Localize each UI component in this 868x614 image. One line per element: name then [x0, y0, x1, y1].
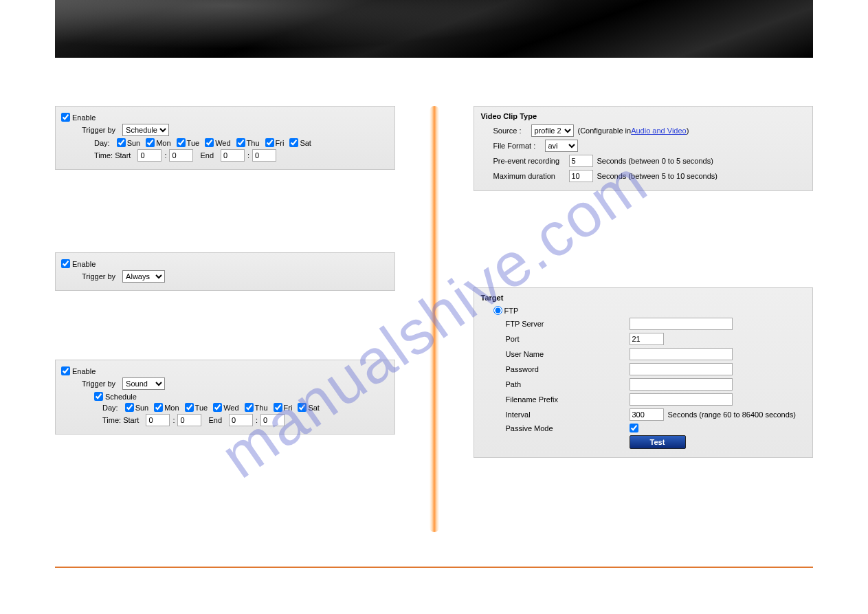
enable-checkbox[interactable] [61, 113, 70, 122]
trigger-by-label: Trigger by [82, 380, 115, 388]
ftp-label: FTP [504, 307, 519, 315]
port-input[interactable] [630, 333, 664, 345]
pre-event-label: Pre-event recording [493, 157, 569, 165]
ftp-radio[interactable] [493, 306, 502, 315]
day-label: Day: [94, 139, 110, 147]
pre-event-input[interactable] [569, 155, 593, 167]
password-label: Password [506, 365, 630, 373]
day-tue-label: Tue [195, 404, 208, 412]
day-thu-label: Thu [247, 139, 260, 147]
enable-label: Enable [72, 260, 96, 268]
source-label: Source : [493, 127, 531, 135]
page-spine [430, 106, 439, 532]
interval-note: Seconds (range 60 to 86400 seconds) [668, 410, 797, 419]
password-input[interactable] [630, 363, 733, 375]
day-wed-label: Wed [215, 139, 230, 147]
target-panel: Target FTP FTP Server Port User Name [474, 287, 814, 458]
trigger-by-select[interactable]: Always [122, 270, 165, 283]
ftp-server-label: FTP Server [506, 320, 630, 328]
video-clip-title: Video Clip Type [481, 112, 806, 120]
passive-mode-checkbox[interactable] [630, 424, 638, 432]
path-input[interactable] [630, 378, 733, 391]
start-min-input[interactable] [169, 149, 193, 162]
day-wed-checkbox[interactable] [205, 138, 214, 147]
day-sun-checkbox[interactable] [117, 138, 126, 147]
trigger-always-panel: Enable Trigger by Always [55, 252, 395, 291]
day-sun-label: Sun [127, 139, 141, 147]
max-duration-input[interactable] [569, 170, 593, 182]
trigger-by-label: Trigger by [82, 126, 115, 134]
colon: : [164, 151, 166, 160]
enable-checkbox[interactable] [61, 259, 70, 268]
configurable-note-left: (Configurable in [578, 127, 632, 135]
trigger-sound-panel: Enable Trigger by Sound Schedule Day: Su… [55, 360, 395, 435]
source-select[interactable]: profile 2 [531, 124, 574, 137]
max-duration-note: Seconds (between 5 to 10 seconds) [597, 172, 718, 180]
target-title: Target [481, 294, 806, 302]
schedule-checkbox[interactable] [94, 392, 103, 401]
day-thu-checkbox[interactable] [245, 403, 254, 412]
time-start-label: Time: Start [102, 416, 139, 424]
day-fri-label: Fri [284, 404, 293, 412]
configurable-note-right: ) [687, 127, 689, 135]
colon: : [256, 416, 258, 424]
day-sat-checkbox[interactable] [298, 403, 307, 412]
enable-checkbox[interactable] [61, 366, 70, 375]
enable-label: Enable [72, 367, 96, 375]
day-sun-label: Sun [135, 404, 149, 412]
path-label: Path [506, 380, 630, 388]
end-label: End [208, 416, 222, 424]
trigger-by-select[interactable]: Schedule [122, 124, 169, 136]
day-fri-label: Fri [276, 139, 285, 147]
end-label: End [200, 151, 214, 160]
day-fri-checkbox[interactable] [265, 138, 274, 147]
day-thu-checkbox[interactable] [236, 138, 245, 147]
passive-mode-label: Passive Mode [506, 424, 630, 432]
time-start-label: Time: Start [94, 151, 131, 160]
day-sat-checkbox[interactable] [289, 138, 298, 147]
trigger-schedule-panel: Enable Trigger by Schedule Day: Sun Mon … [55, 106, 395, 170]
port-label: Port [506, 335, 630, 343]
day-mon-label: Mon [156, 139, 170, 147]
day-fri-checkbox[interactable] [274, 403, 282, 412]
end-hour-input[interactable] [221, 149, 245, 162]
day-label: Day: [102, 404, 118, 412]
end-hour-input[interactable] [229, 414, 253, 426]
start-hour-input[interactable] [137, 149, 162, 162]
day-sat-label: Sat [308, 404, 320, 412]
schedule-label: Schedule [105, 393, 137, 401]
day-wed-label: Wed [223, 404, 238, 412]
interval-label: Interval [506, 410, 630, 419]
day-thu-label: Thu [255, 404, 268, 412]
username-input[interactable] [630, 348, 733, 360]
day-tue-checkbox[interactable] [185, 403, 194, 412]
end-min-input[interactable] [252, 149, 276, 162]
end-min-input[interactable] [260, 414, 285, 426]
ftp-server-input[interactable] [630, 318, 733, 330]
bottom-divider [55, 567, 813, 568]
colon: : [247, 151, 249, 160]
trigger-by-select[interactable]: Sound [122, 377, 165, 390]
enable-label: Enable [72, 113, 96, 122]
day-mon-checkbox[interactable] [146, 138, 155, 147]
test-button[interactable]: Test [630, 435, 686, 449]
start-hour-input[interactable] [146, 414, 170, 426]
video-clip-type-panel: Video Clip Type Source : profile 2 (Conf… [474, 106, 814, 191]
filename-prefix-input[interactable] [630, 393, 733, 406]
username-label: User Name [506, 350, 630, 358]
audio-video-link[interactable]: Audio and Video [631, 127, 687, 135]
interval-input[interactable] [630, 408, 664, 421]
file-format-select[interactable]: avi [545, 140, 578, 152]
day-wed-checkbox[interactable] [213, 403, 222, 412]
day-mon-label: Mon [164, 404, 179, 412]
colon: : [173, 416, 175, 424]
day-mon-checkbox[interactable] [154, 403, 163, 412]
filename-prefix-label: Filename Prefix [506, 395, 630, 404]
pre-event-note: Seconds (between 0 to 5 seconds) [597, 157, 713, 165]
max-duration-label: Maximum duration [493, 172, 569, 180]
start-min-input[interactable] [177, 414, 201, 426]
day-tue-checkbox[interactable] [177, 138, 186, 147]
day-tue-label: Tue [187, 139, 200, 147]
day-sun-checkbox[interactable] [125, 403, 134, 412]
file-format-label: File Format : [493, 142, 545, 150]
